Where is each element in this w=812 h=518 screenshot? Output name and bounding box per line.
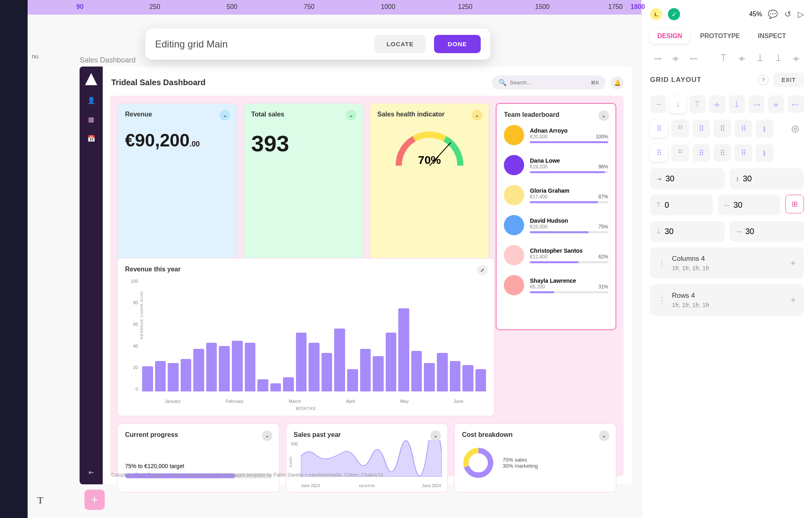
sync-check-icon[interactable]: ✓	[668, 8, 680, 20]
search-field[interactable]	[510, 80, 587, 86]
grid-opt-icon[interactable]: ⠿	[692, 120, 710, 138]
x-end: June 2024	[422, 484, 441, 488]
justify-start-icon[interactable]: ⟞	[748, 95, 764, 113]
legend-sales: 70% sales	[503, 457, 538, 463]
ruler-tick: 90	[76, 3, 84, 11]
chevron-down-icon[interactable]: ⌄	[599, 430, 609, 441]
align-top-icon[interactable]: ⟙	[716, 54, 731, 63]
zoom-level[interactable]: 45%	[749, 11, 762, 18]
align-hcenter-icon[interactable]: ⟛	[668, 54, 683, 63]
gauge-chart: 70%	[391, 126, 468, 167]
user-avatar[interactable]: L	[650, 8, 662, 20]
justify-center-icon[interactable]: ⟛	[768, 95, 784, 113]
columns-item[interactable]: ⋮ Columns 4 1fr, 1fr, 1fr, 1fr +	[650, 247, 804, 279]
dashboard-header: Trideal Sales Dashboard 🔍 ⌘K 🔔	[111, 75, 624, 90]
done-button[interactable]: DONE	[434, 35, 481, 53]
comment-icon[interactable]: 💬	[768, 9, 778, 19]
y-axis: 100806040200	[126, 279, 138, 391]
chevron-down-icon[interactable]: ⌄	[598, 110, 609, 121]
grid-opt-icon[interactable]: ⠛	[671, 144, 689, 162]
bell-icon[interactable]: 🔔	[611, 76, 624, 89]
grid-opt-icon[interactable]: ⠿	[734, 144, 752, 162]
leader-sub: €17,400	[530, 194, 547, 200]
canvas[interactable]: 90 250 500 750 1000 1250 1500 1750 1800 …	[28, 0, 641, 518]
tab-design[interactable]: DESIGN	[650, 28, 689, 44]
history-icon[interactable]: ↺	[784, 9, 791, 19]
pad-top-input[interactable]: ⟙0	[650, 195, 713, 215]
rows-item[interactable]: ⋮ Rows 4 1fr, 1fr, 1fr, 1fr +	[650, 284, 804, 316]
add-button[interactable]: +	[84, 490, 105, 510]
user-icon[interactable]: 👤	[87, 97, 95, 104]
dense-icon[interactable]: ⠿	[650, 120, 668, 138]
flow-right-icon[interactable]: →	[650, 95, 666, 113]
past-year-card[interactable]: Sales past year ⌄ 500 UNITS June 2023 MO…	[286, 423, 448, 492]
leader-item[interactable]: David Hudson €15,00075%	[504, 215, 608, 235]
dashboard-frame[interactable]: 👤 ▦ 📅 ⇤ Trideal Sales Dashboard 🔍 ⌘K 🔔	[80, 67, 632, 484]
chevron-down-icon[interactable]: ⌄	[262, 430, 272, 441]
leader-sub: €19,200	[530, 164, 547, 170]
text-tool-icon[interactable]: T	[37, 495, 43, 506]
plus-icon[interactable]: +	[790, 295, 796, 305]
align-right-icon[interactable]: ⟝	[687, 54, 702, 63]
calendar-icon[interactable]: 📅	[87, 135, 95, 142]
logout-icon[interactable]: ⇤	[89, 469, 94, 476]
grid-opt-icon[interactable]: ⠿	[713, 144, 731, 162]
plus-icon[interactable]: +	[790, 258, 796, 269]
left-tool-label: nu	[32, 53, 39, 60]
align-bottom-icon[interactable]: ⟘	[752, 54, 767, 63]
chevron-down-icon[interactable]: ⌄	[430, 430, 441, 441]
grid-opt-icon[interactable]: ⠿	[734, 120, 752, 138]
align-stretch-icon[interactable]: ⟛	[789, 54, 804, 63]
col-gap-icon: ⇥	[657, 176, 661, 182]
apply-all-icon[interactable]: ⊞	[785, 195, 804, 213]
exit-button[interactable]: EXIT	[773, 73, 804, 87]
cost-card[interactable]: Cost breakdown ⌄ 70% sales 30% marketing	[454, 423, 616, 492]
grid-opt-icon[interactable]: ⫿	[756, 144, 773, 162]
align-center-icon[interactable]: ⟛	[709, 95, 725, 113]
breadcrumb: Sales Dashboard	[80, 56, 136, 64]
leader-item[interactable]: Dana Lowe €19,20096%	[504, 155, 608, 175]
leader-item[interactable]: Shayla Lawrence €6,20031%	[504, 275, 608, 295]
locate-button[interactable]: LOCATE	[374, 35, 426, 53]
search-input[interactable]: 🔍 ⌘K	[492, 75, 606, 90]
justify-end-icon[interactable]: ⟝	[788, 95, 804, 113]
row-gap-input[interactable]: ⫿30	[730, 168, 804, 189]
chevron-down-icon[interactable]: ⌄	[220, 110, 230, 120]
leader-bar	[530, 171, 608, 173]
grid-opt-icon[interactable]: ⠛	[671, 120, 689, 138]
target-icon[interactable]: ◎	[786, 120, 804, 138]
revenue-chart-card[interactable]: Revenue this year ⤢ REVENUE (1000K EUR) …	[117, 258, 495, 416]
progress-card[interactable]: Current progress ⌄ 75% to €120,000 targe…	[117, 423, 279, 492]
align-start-icon[interactable]: ⟙	[689, 95, 706, 113]
help-icon[interactable]: ?	[758, 75, 769, 85]
grid-opt-icon[interactable]: ⠿	[713, 120, 731, 138]
grid-opt-icon[interactable]: ⫿	[756, 120, 773, 138]
expand-icon[interactable]: ⤢	[477, 265, 488, 275]
align-vcenter-icon[interactable]: ⟛	[734, 54, 749, 63]
leader-item[interactable]: Christopher Santos €12,40062%	[504, 245, 608, 265]
tab-prototype[interactable]: PROTOTYPE	[693, 28, 747, 44]
grid-icon[interactable]: ▦	[88, 116, 94, 123]
chevron-down-icon[interactable]: ⌄	[346, 110, 356, 120]
leader-pct: 96%	[598, 164, 608, 170]
pad-left-input[interactable]: ⟞30	[730, 221, 804, 242]
pad-right-input[interactable]: ⟝30	[718, 195, 781, 215]
grid-opt-icon[interactable]: ⠿	[692, 144, 710, 162]
leader-item[interactable]: Gloria Graham €17,40087%	[504, 185, 608, 205]
pad-bottom-input[interactable]: ⟘30	[650, 221, 725, 242]
ruler-tick: 1500	[535, 3, 550, 11]
legend-marketing: 30% marketing	[503, 463, 538, 469]
drag-icon[interactable]: ⋮	[658, 259, 665, 268]
leaderboard-card[interactable]: Team leaderboard ⌄ Adnan Arroyo €20,0001…	[496, 103, 616, 330]
tab-inspect[interactable]: INSPECT	[751, 28, 793, 44]
play-icon[interactable]: ▷	[798, 9, 804, 19]
grid-opt-icon[interactable]: ⠿	[650, 144, 668, 162]
align-end-icon[interactable]: ⟘	[729, 95, 745, 113]
col-gap-input[interactable]: ⇥30	[650, 168, 725, 189]
align-baseline-icon[interactable]: ⟘	[771, 54, 786, 63]
drag-icon[interactable]: ⋮	[658, 296, 665, 305]
align-left-icon[interactable]: ⟞	[650, 54, 665, 63]
flow-down-icon[interactable]: ↓	[669, 95, 686, 113]
chevron-down-icon[interactable]: ⌄	[472, 110, 482, 120]
leader-item[interactable]: Adnan Arroyo €20,000100%	[504, 125, 608, 145]
